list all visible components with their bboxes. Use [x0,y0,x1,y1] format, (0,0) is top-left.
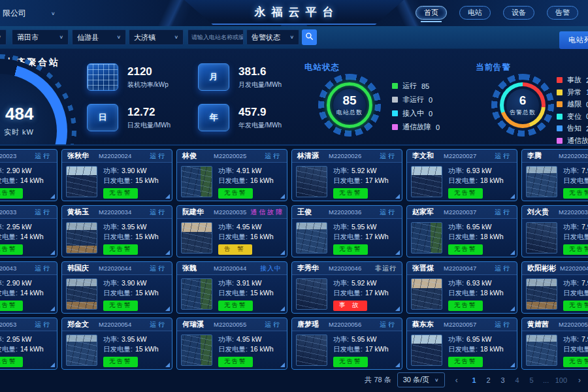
alert-badge: 无告警 [333,357,368,367]
station-status-badge: 运行 [35,264,52,273]
alert-badge: 无告警 [0,188,23,199]
next-page-button[interactable]: › [574,374,585,386]
station-card[interactable]: 阮建华 M22020035 通信故障 功率:4.95 kW 日发电量:16 kW… [176,205,287,257]
page-button-5[interactable]: 5 [526,375,538,385]
prev-page-button[interactable]: ‹ [451,374,463,386]
station-card[interactable]: 蔡东东 M22020057 运行 功率:6.95 kW 日发电量:18 kWh … [406,318,517,370]
station-card[interactable]: 刘火贵 M22020038 运行 功率:7.95 kW 日发电量: 无告警 [521,205,588,257]
page-button-2[interactable]: 2 [483,375,495,385]
station-name: 欧阳彬彬 [527,263,556,273]
metric-text: 2120装机功率/kWp [127,65,169,90]
power-label: 功率: [448,223,464,231]
station-card[interactable]: 林清源 M22020026 运行 功率:5.92 kW 日发电量:17 kWh … [291,149,402,201]
station-card-header: 蔡东东 M22020057 运行 [407,318,517,331]
power-label: 功率: [0,279,4,287]
daily-energy-value: 15 kWh [135,289,159,297]
legend-label: 运行 [402,81,417,91]
nav-tab-0[interactable]: 首页 [416,6,447,20]
station-card[interactable]: 郑金文 M22020054 运行 功率:3.95 kW 日发电量:15 kWh … [61,318,172,370]
status-legend-item-2: 接入中0 [392,108,440,118]
nav-tab-1[interactable]: 电站 [459,6,491,20]
station-card[interactable]: 何瑞溪 M22020055 运行 功率:4.95 kW 日发电量:16 kWh … [176,318,287,370]
station-search-input[interactable]: 请输入电站名称或编号 [188,29,244,45]
current-alerts-title: 当前告警 [476,62,511,73]
card-corner-mark [165,250,170,255]
station-card[interactable]: M22020053 运行 功率:2.95 kW 日发电量:14 kWh 无告警 [0,318,57,370]
station-photo [181,166,212,197]
page-size-select[interactable]: 30 条/页∨ [397,372,445,387]
station-status-badge: 运行 [380,152,397,161]
power-label: 功率: [563,335,579,343]
search-button[interactable] [302,29,317,45]
station-card-header: M22020023 运行 [0,150,57,163]
power-value: 6.95 kW [466,223,492,231]
station-id: M22020035 [214,208,246,216]
daily-energy-label: 日发电量: [448,233,478,240]
nav-tab-3[interactable]: 告警 [547,6,578,20]
station-photo [181,278,212,310]
alert-badge: 无告警 [563,357,588,367]
company-select[interactable]: 限公司∨ [3,8,56,19]
station-card[interactable]: M22020033 运行 功率:2.95 kW 日发电量:14 kWh 无告警 [0,205,57,257]
station-card[interactable]: 李文和 M22020027 运行 功率:6.93 kW 日发电量:18 kWh … [406,149,517,201]
station-name: 阮建华 [182,207,210,217]
station-list-button[interactable]: 电站列表 [559,31,588,49]
legend-swatch [557,90,563,95]
station-card[interactable]: 李腾 M22020028 运行 功率:7.94 kW 日发电量: 无告警 [521,149,588,201]
station-card[interactable]: 韩国庆 M22020044 运行 功率:3.90 kW 日发电量:15 kWh … [61,261,172,314]
station-card[interactable]: 张魏 M22020044 接入中 功率:3.91 kW 日发电量:15 kWh … [176,261,287,314]
card-corner-mark [165,194,170,199]
station-photo [296,278,327,310]
legend-label: 通信故障 [402,122,431,132]
daily-energy-value: 14 kWh [20,345,44,353]
daily-energy-label: 日发电量: [448,289,478,297]
power-label: 功率: [563,167,579,174]
station-card[interactable]: 张晋煤 M22020047 运行 功率:6.93 kW 日发电量:18 kWh … [406,261,517,314]
station-photo [66,166,97,197]
power-label: 功率: [103,279,119,287]
metric-3: 年457.9年发电量/MWh [198,104,282,131]
region-select-2[interactable]: 仙游县∨ [72,29,126,45]
station-card[interactable]: 赵家军 M22020037 运行 功率:6.95 kW 日发电量:18 kWh … [406,205,517,257]
region-select-3[interactable]: 大济镇∨ [129,29,184,45]
station-card-header: 郑金文 M22020054 运行 [62,318,172,331]
current-alerts-donut: 6 告警总数 [491,74,554,137]
station-card-header: 黄婧茜 M22020058 运行 [522,318,588,331]
station-card[interactable]: 张秋华 M22020024 运行 功率:3.90 kW 日发电量:15 kWh … [61,149,172,201]
station-photo [411,278,442,310]
station-card[interactable]: 黄杨玉 M22020034 运行 功率:3.95 kW 日发电量:15 kWh … [61,205,172,257]
metric-value: 457.9 [238,106,282,119]
legend-label: 非运行 [402,95,424,105]
nav-tab-2[interactable]: 设备 [503,6,534,20]
alert-status-select[interactable]: 告警状态∨ [246,29,299,45]
station-card[interactable]: 王俊 M22020036 运行 功率:5.95 kW 日发电量:17 kWh 无… [291,205,402,257]
overview-panel: 游大济聚合站 484 实时 kW 2120装机功率/kWp月381.6月发电量/… [0,49,588,146]
station-card[interactable]: 林俊 M22020025 运行 功率:4.91 kW 日发电量:16 kWh 无… [176,149,287,201]
legend-swatch [557,77,563,83]
page-button-...[interactable]: ... [540,375,552,385]
region-select-0[interactable]: ∨ [0,29,7,45]
station-card[interactable]: M22020023 运行 功率:2.90 kW 日发电量:14 kWh 无告警 [0,149,57,201]
daily-energy-label: 日发电量: [103,176,133,184]
power-value: 7.95 kW [581,335,588,343]
daily-energy-label: 日发电量: [448,176,478,184]
page-button-1[interactable]: 1 [468,375,480,385]
station-card[interactable]: M22020043 运行 功率:2.90 kW 日发电量:14 kWh 无告警 [0,261,57,314]
station-id: M22020037 [444,208,491,216]
page-button-4[interactable]: 4 [512,375,523,385]
station-card[interactable]: 欧阳彬彬 M22020048 运行 功率:7.94 kW 日发电量: 无告警 [521,261,588,314]
station-id: M22020057 [444,321,491,328]
station-card[interactable]: 李秀华 M22020046 非运行 功率:5.92 kW 日发电量:17 kWh… [291,261,402,314]
station-id: M22020055 [214,321,261,328]
daily-energy-value: 17 kWh [365,345,389,353]
station-card[interactable]: 唐梦瑶 M22020056 运行 功率:5.95 kW 日发电量:17 kWh … [291,318,402,370]
daily-energy-label: 日发电量: [333,345,363,353]
station-id: M22020053 [0,321,31,328]
page-button-100[interactable]: 100 [555,375,568,385]
station-card[interactable]: 黄婧茜 M22020058 运行 功率:7.95 kW 日发电量: 无告警 [521,318,588,370]
page-button-3[interactable]: 3 [497,375,509,385]
station-id: M22020044 [214,265,256,272]
alert-badge: 无告警 [448,244,483,255]
station-card-body: 功率:2.90 kW 日发电量:14 kWh 无告警 [0,275,57,311]
region-select-1[interactable]: 莆田市∨ [12,29,69,45]
